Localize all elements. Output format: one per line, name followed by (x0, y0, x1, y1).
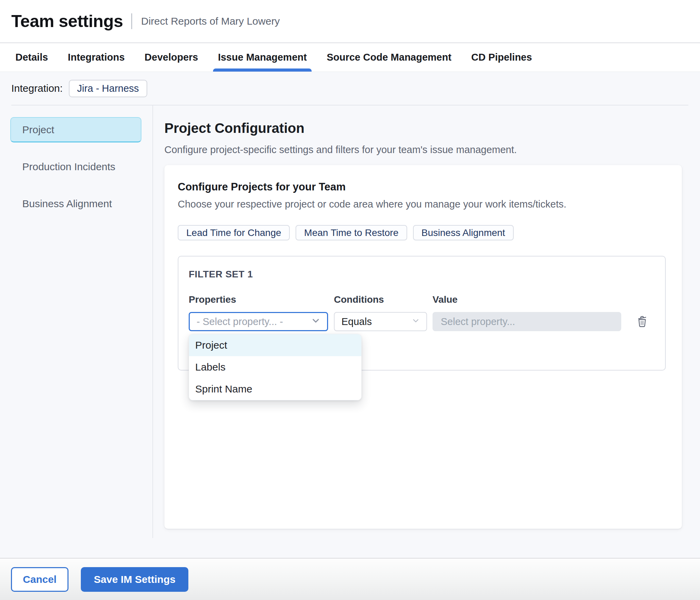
chevron-down-icon (311, 315, 321, 328)
tab-details[interactable]: Details (15, 43, 48, 72)
chip-lead-time-for-change[interactable]: Lead Time for Change (178, 225, 290, 240)
delete-filter-button[interactable] (636, 314, 648, 329)
trash-icon (636, 314, 648, 329)
property-select-placeholder: - Select property... - (197, 316, 283, 327)
content-area: Integration: Jira - Harness Project Prod… (0, 72, 700, 558)
title-separator (131, 13, 132, 29)
chevron-down-icon (411, 316, 420, 327)
section-description: Configure project-specific settings and … (164, 144, 682, 155)
value-column-label: Value (433, 294, 621, 305)
chip-mean-time-to-restore[interactable]: Mean Time to Restore (296, 225, 407, 240)
integration-label: Integration: (11, 83, 63, 94)
configure-projects-card: Configure Projects for your Team Choose … (164, 165, 682, 529)
main-panel: Project Configuration Configure project-… (153, 105, 700, 538)
value-input (433, 312, 621, 331)
card-title: Configure Projects for your Team (178, 181, 666, 193)
conditions-column-label: Conditions (334, 294, 427, 305)
section-title: Project Configuration (164, 121, 682, 136)
sidebar-item-project[interactable]: Project (10, 117, 141, 142)
tab-issue-management[interactable]: Issue Management (218, 43, 307, 72)
page-title: Team settings (11, 11, 123, 31)
tab-source-code-management[interactable]: Source Code Management (327, 43, 451, 72)
property-select[interactable]: - Select property... - (189, 312, 328, 331)
save-im-settings-button[interactable]: Save IM Settings (81, 567, 188, 592)
tab-integrations[interactable]: Integrations (68, 43, 125, 72)
settings-sidebar: Project Production Incidents Business Al… (0, 105, 153, 538)
page-header: Team settings Direct Reports of Mary Low… (0, 0, 700, 43)
page-subtitle: Direct Reports of Mary Lowery (141, 15, 280, 27)
filter-column-headers: Properties Conditions Value (189, 294, 665, 305)
integration-chip[interactable]: Jira - Harness (69, 80, 147, 97)
chip-business-alignment[interactable]: Business Alignment (413, 225, 514, 240)
filter-controls-row: - Select property... - Equals (189, 312, 665, 331)
filter-set-1: FILTER SET 1 Properties Conditions Value… (178, 256, 666, 371)
property-dropdown: Project Labels Sprint Name (189, 334, 362, 400)
tab-developers[interactable]: Developers (145, 43, 198, 72)
tab-cd-pipelines[interactable]: CD Pipelines (471, 43, 532, 72)
cancel-button[interactable]: Cancel (11, 567, 68, 592)
sidebar-item-production-incidents[interactable]: Production Incidents (10, 154, 141, 179)
card-description: Choose your respective project or code a… (178, 199, 666, 210)
dropdown-option-labels[interactable]: Labels (189, 356, 361, 378)
filter-set-title: FILTER SET 1 (189, 269, 665, 280)
metric-chip-row: Lead Time for Change Mean Time to Restor… (178, 225, 666, 240)
footer-action-bar: Cancel Save IM Settings (0, 558, 700, 600)
condition-select-value: Equals (341, 316, 372, 327)
dropdown-option-project[interactable]: Project (189, 334, 361, 356)
properties-column-label: Properties (189, 294, 328, 305)
condition-select[interactable]: Equals (334, 312, 427, 331)
tab-bar: Details Integrations Developers Issue Ma… (0, 43, 700, 72)
sidebar-item-business-alignment[interactable]: Business Alignment (10, 191, 141, 216)
integration-row: Integration: Jira - Harness (0, 72, 700, 105)
dropdown-option-sprint-name[interactable]: Sprint Name (189, 378, 361, 400)
